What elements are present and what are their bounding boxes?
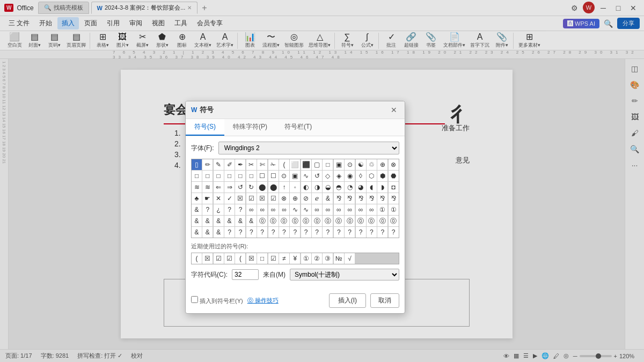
tab-special-chars[interactable]: 特殊字符(P) (224, 119, 276, 136)
symbol-cell[interactable]: & (235, 216, 245, 226)
symbol-cell[interactable]: ↻ (246, 182, 257, 193)
symbol-cell[interactable]: ☒ (257, 193, 267, 204)
symbol-cell[interactable]: ↑ (279, 182, 289, 193)
symbol-cell[interactable]: ∞ (312, 204, 322, 215)
symbol-cell[interactable]: ✏ (202, 159, 213, 170)
symbol-cell[interactable]: & (323, 193, 333, 204)
symbol-cell[interactable]: ∞ (356, 204, 366, 215)
symbol-cell[interactable]: □ (246, 171, 257, 181)
symbol-cell[interactable]: ⓪ (257, 216, 267, 226)
symbol-cell[interactable]: ( (279, 159, 289, 170)
symbol-cell[interactable]: ☐ (268, 171, 279, 181)
symbol-cell[interactable]: & (214, 216, 224, 226)
symbol-cell[interactable]: ? (235, 227, 245, 238)
symbol-cell[interactable]: & (192, 216, 202, 226)
symbol-cell[interactable]: ⓪ (312, 216, 322, 226)
symbol-cell[interactable]: ∞ (246, 204, 257, 215)
symbol-cell[interactable]: ? (279, 227, 289, 238)
symbol-cell[interactable]: ≋ (192, 182, 202, 193)
symbol-cell[interactable]: □ (192, 171, 202, 181)
symbol-cell[interactable]: ? (345, 227, 355, 238)
symbol-cell[interactable]: ◑ (312, 182, 322, 193)
symbol-cell[interactable]: ⬢ (377, 171, 387, 181)
symbol-cell[interactable]: ◗ (377, 182, 387, 193)
symbol-cell[interactable]: ⓪ (279, 216, 289, 226)
recent-symbol-cell[interactable]: ☒ (202, 253, 213, 264)
symbol-cell[interactable]: & (192, 227, 202, 238)
symbol-cell[interactable]: ⅋ (334, 193, 344, 204)
symbol-cell[interactable]: ◒ (323, 182, 333, 193)
symbol-cell[interactable]: & (192, 204, 202, 215)
symbol-cell[interactable]: ⊙ (345, 159, 355, 170)
symbol-cell[interactable]: ? (246, 227, 257, 238)
symbol-cell[interactable]: ✒ (235, 159, 245, 170)
symbol-cell[interactable]: ⓪ (334, 216, 344, 226)
recent-symbol-cell[interactable]: ☑ (214, 253, 224, 264)
symbol-cell[interactable]: ◕ (356, 182, 366, 193)
symbol-cell[interactable]: ? (334, 227, 344, 238)
recent-symbol-cell[interactable]: ≠ (279, 253, 289, 264)
recent-symbol-cell[interactable]: ( (192, 253, 202, 264)
symbol-cell[interactable]: ☯ (356, 159, 366, 170)
symbol-cell[interactable]: ① (389, 204, 399, 215)
symbol-cell[interactable]: ? (301, 227, 311, 238)
symbol-cell[interactable]: ℯ (312, 193, 322, 204)
symbol-cell[interactable]: & (214, 227, 224, 238)
symbol-cell[interactable]: ¿ (214, 204, 224, 215)
symbol-cell[interactable]: ⬣ (389, 171, 399, 181)
symbol-cell[interactable]: ↺ (312, 171, 322, 181)
symbol-cell[interactable]: ⅋ (377, 193, 387, 204)
symbol-cell[interactable]: □ (323, 159, 333, 170)
symbol-cell[interactable]: ☑ (268, 193, 279, 204)
symbol-cell[interactable]: ✎ (214, 159, 224, 170)
symbol-cell[interactable]: ☐ (257, 171, 267, 181)
symbol-cell[interactable]: & (224, 216, 235, 226)
symbol-cell[interactable]: ☑ (246, 193, 257, 204)
symbol-cell[interactable]: ⅋ (345, 193, 355, 204)
symbol-cell[interactable]: ⊕ (377, 159, 387, 170)
symbol-cell[interactable]: ? (290, 227, 300, 238)
symbol-cell[interactable]: ≋ (202, 182, 213, 193)
symbol-cell[interactable]: ⊗ (389, 159, 399, 170)
symbol-cell[interactable]: ⅋ (389, 193, 399, 204)
symbol-cell[interactable]: ▣ (334, 159, 344, 170)
recent-symbol-cell[interactable]: ☑ (268, 253, 279, 264)
symbol-cell[interactable]: ↺ (235, 182, 245, 193)
recent-symbol-cell[interactable]: ② (312, 253, 322, 264)
symbol-cell[interactable]: ⊕ (290, 193, 300, 204)
tab-symbol-bar[interactable]: 符号栏(T) (276, 119, 320, 136)
symbol-cell[interactable]: ☒ (235, 193, 245, 204)
symbol-cell[interactable]: & (202, 227, 213, 238)
symbol-cell[interactable]: ? (235, 204, 245, 215)
symbol-cell[interactable]: ◔ (345, 182, 355, 193)
symbol-cell[interactable]: ⅋ (367, 193, 377, 204)
symbol-cell[interactable]: ⓪ (356, 216, 366, 226)
symbol-cell[interactable]: ? (224, 204, 235, 215)
symbol-cell[interactable]: ? (367, 227, 377, 238)
recent-symbol-cell[interactable]: ③ (323, 253, 333, 264)
symbol-cell[interactable]: ? (356, 227, 366, 238)
symbol-cell[interactable]: ⬤ (268, 182, 279, 193)
dialog-close-button[interactable]: ✕ (389, 105, 399, 115)
symbol-cell[interactable]: ∞ (334, 204, 344, 215)
recent-symbol-cell[interactable]: √ (345, 253, 355, 264)
symbol-cell[interactable]: ◇ (323, 171, 333, 181)
symbol-cell[interactable]: ⇐ (214, 182, 224, 193)
symbol-cell[interactable]: ⊘ (301, 193, 311, 204)
insert-button[interactable]: 插入(I) (329, 293, 366, 308)
symbol-cell[interactable]: ⓪ (389, 216, 399, 226)
recent-symbol-cell[interactable]: ① (301, 253, 311, 264)
symbol-cell[interactable]: ♲ (367, 159, 377, 170)
symbol-cell[interactable]: ? (202, 204, 213, 215)
symbol-cell[interactable]: ✂ (246, 159, 257, 170)
symbol-cell[interactable]: ◦ (290, 182, 300, 193)
symbol-cell[interactable]: ☛ (202, 193, 213, 204)
symbol-cell[interactable]: ◈ (334, 171, 344, 181)
symbol-cell[interactable]: ? (377, 227, 387, 238)
recent-symbol-cell[interactable]: № (334, 253, 344, 264)
symbol-cell[interactable]: ⬤ (257, 182, 267, 193)
symbol-cell[interactable]: ⅋ (356, 193, 366, 204)
symbol-cell[interactable]: ⓪ (268, 216, 279, 226)
recent-symbol-cell[interactable]: □ (257, 253, 267, 264)
symbol-cell[interactable]: ⓪ (345, 216, 355, 226)
